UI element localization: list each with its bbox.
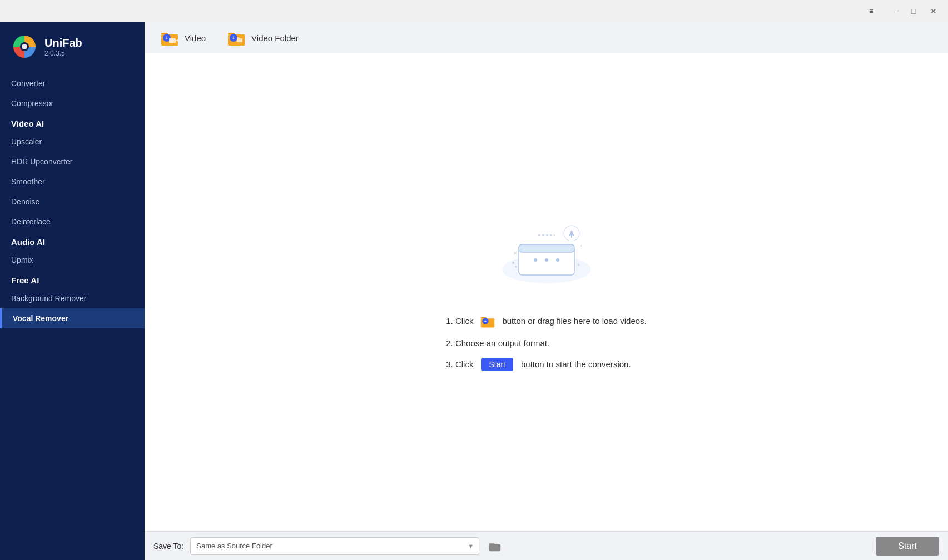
main-panel[interactable]: × + + 1. Click [145,53,948,531]
svg-text:+: + [232,35,235,41]
start-button[interactable]: Start [876,537,939,556]
svg-rect-6 [169,38,176,43]
svg-rect-11 [237,38,242,42]
add-video-folder-button[interactable]: + Video Folder [220,26,304,50]
title-bar: ≡ — □ ✕ [0,0,948,22]
menu-button[interactable]: ≡ [861,1,881,21]
sidebar-item-hdr-upconverter[interactable]: HDR Upconverter [0,152,145,172]
sidebar: UniFab 2.0.3.5 Converter Compressor Vide… [0,22,145,560]
sidebar-item-smoother[interactable]: Smoother [0,172,145,192]
instruction-1: 1. Click + button or drag files here to … [446,314,647,328]
sidebar-section-video-ai: Video AI [0,113,145,132]
step3-suffix: button to start the conversion. [521,359,631,369]
instructions: 1. Click + button or drag files here to … [446,314,647,371]
svg-text:+: + [165,35,168,41]
footer: Save To: Same as Source Folder ▼ Start [145,531,948,560]
content-area: + Video + [145,22,948,560]
main-container: UniFab 2.0.3.5 Converter Compressor Vide… [0,22,948,560]
sidebar-item-upmix[interactable]: Upmix [0,250,145,270]
svg-text:×: × [513,249,517,257]
add-video-label: Video [185,33,206,43]
step1-prefix: 1. Click [446,316,473,326]
toolbar: + Video + [145,22,948,53]
open-folder-icon [489,541,501,552]
save-to-select[interactable]: Same as Source Folder [190,537,479,555]
svg-text:+: + [484,319,487,324]
sidebar-item-vocal-remover[interactable]: Vocal Remover [0,308,145,328]
svg-point-17 [556,258,559,262]
app-name: UniFab [44,37,82,49]
svg-rect-28 [489,544,500,551]
instruction-3: 3. Click Start button to start the conve… [446,358,647,371]
svg-point-24 [515,266,517,267]
close-button[interactable]: ✕ [924,1,944,21]
maximize-button[interactable]: □ [904,1,924,21]
svg-text:+: + [580,243,583,248]
add-video-folder-label: Video Folder [251,33,299,43]
inline-video-icon: + [479,314,497,328]
save-to-label: Save To: [153,542,183,551]
video-add-icon: + [159,29,180,47]
app-version: 2.0.3.5 [44,49,82,57]
logo-icon [11,33,38,60]
browse-folder-button[interactable] [486,537,504,555]
sidebar-item-converter[interactable]: Converter [0,73,145,93]
sidebar-section-free-ai: Free AI [0,270,145,288]
logo-text: UniFab 2.0.3.5 [44,37,82,57]
svg-rect-14 [519,244,574,252]
title-bar-menu: ≡ [861,1,881,21]
svg-text:+: + [577,262,580,268]
step2-text: 2. Choose an output format. [446,338,549,348]
inline-start-button: Start [481,358,513,371]
drop-illustration: × + + [485,214,608,292]
sidebar-item-upscaler[interactable]: Upscaler [0,132,145,152]
svg-point-2 [22,44,27,49]
sidebar-item-background-remover[interactable]: Background Remover [0,288,145,308]
step3-prefix: 3. Click [446,359,473,369]
sidebar-item-deinterlace[interactable]: Deinterlace [0,212,145,232]
svg-point-15 [534,258,537,262]
minimize-button[interactable]: — [884,1,904,21]
step1-suffix: button or drag files here to load videos… [502,316,646,326]
app-logo: UniFab 2.0.3.5 [0,22,145,73]
svg-point-16 [545,258,548,262]
drop-zone[interactable]: × + + 1. Click [145,53,948,531]
sidebar-section-audio-ai: Audio AI [0,232,145,250]
instruction-2: 2. Choose an output format. [446,338,647,348]
svg-point-23 [512,262,514,264]
video-folder-add-icon: + [226,29,247,47]
sidebar-item-denoise[interactable]: Denoise [0,192,145,212]
sidebar-item-compressor[interactable]: Compressor [0,93,145,113]
save-to-wrapper: Same as Source Folder ▼ [190,537,479,555]
add-video-button[interactable]: + Video [153,26,211,50]
